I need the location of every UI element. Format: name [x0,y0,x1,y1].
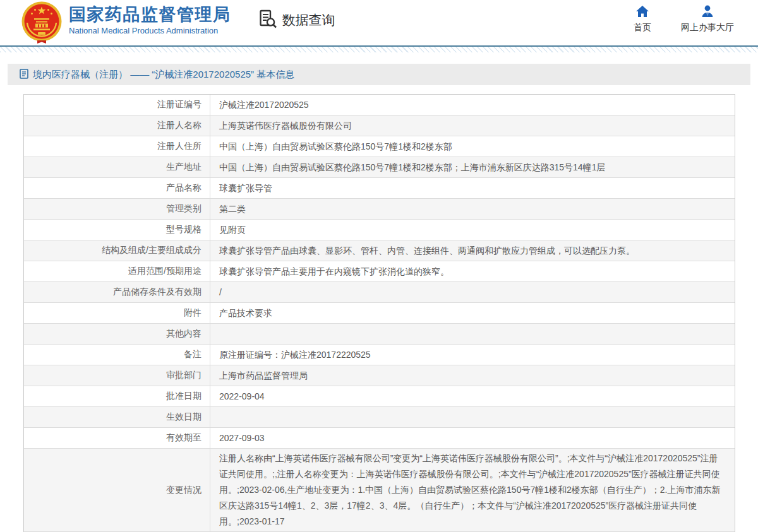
field-value: 上海市药品监督管理局 [210,365,735,386]
nav-item-service-hall[interactable]: 网上办事大厅 [681,5,734,33]
field-label: 产品名称 [24,178,210,198]
table-row: 结构及组成/主要组成成分球囊扩张导管产品由球囊、显影环、管杆、内管、连接组件、两… [24,240,735,261]
field-value: 2022-09-04 [210,386,735,406]
field-label: 适用范围/预期用途 [24,261,210,281]
field-value: 中国（上海）自由贸易试验区蔡伦路150号7幢1楼和2楼东部；上海市浦东新区庆达路… [210,157,735,177]
table-row: 注册人名称上海英诺伟医疗器械股份有限公司 [24,115,735,136]
field-label: 结构及组成/主要组成成分 [24,240,210,261]
table-row: 型号规格见附页 [24,220,735,240]
page-title: 境内医疗器械（注册） —— “沪械注准20172020525” 基本信息 [33,69,294,81]
field-label: 批准日期 [24,386,210,406]
field-label: 产品储存条件及有效期 [24,282,210,302]
table-row: 注册证编号沪械注准20172020525 [24,95,735,115]
field-label: 附件 [24,303,210,323]
field-label: 注册证编号 [24,95,210,115]
table-row: 管理类别第二类 [24,199,735,220]
table-row: 批准日期2022-09-04 [24,386,735,407]
header-divider [0,45,758,52]
field-value: 沪械注准20172020525 [210,95,735,115]
user-icon [701,5,714,20]
field-label: 审批部门 [24,365,210,386]
field-label: 备注 [24,345,210,365]
home-icon [635,5,649,20]
data-query-section[interactable]: 数据查询 [258,9,335,31]
page-icon [20,69,28,81]
field-value [210,324,735,344]
field-value: 上海英诺伟医疗器械股份有限公司 [210,115,735,136]
table-row: 有效期至2027-09-03 [24,428,735,449]
nav-item-label: 首页 [634,22,651,33]
nmpa-emblem-logo [21,1,63,47]
doc-search-icon [258,9,277,31]
table-row: 注册人住所中国（上海）自由贸易试验区蔡伦路150号7幢1楼和2楼东部 [24,136,735,157]
table-row: 备注原注册证编号：沪械注准20172220525 [24,345,735,365]
table-row: 其他内容 [24,324,735,345]
field-label: 注册人住所 [24,136,210,157]
info-table: 注册证编号沪械注准20172020525注册人名称上海英诺伟医疗器械股份有限公司… [23,94,735,532]
brand-block: 国家药品监督管理局 National Medical Products Admi… [69,5,231,35]
field-value: 球囊扩张导管 [210,178,735,198]
table-row: 审批部门上海市药品监督管理局 [24,365,735,386]
table-row: 适用范围/预期用途球囊扩张导管产品主要用于在内窥镜下扩张消化道的狭窄。 [24,261,735,282]
table-row: 附件产品技术要求 [24,303,735,324]
field-value: 中国（上海）自由贸易试验区蔡伦路150号7幢1楼和2楼东部 [210,136,735,157]
page-title-bar: 境内医疗器械（注册） —— “沪械注准20172020525” 基本信息 [8,64,750,85]
field-label: 管理类别 [24,199,210,219]
nav-item-home[interactable]: 首页 [632,5,653,33]
data-query-label: 数据查询 [282,11,335,29]
field-label: 型号规格 [24,220,210,240]
field-value: 球囊扩张导管产品主要用于在内窥镜下扩张消化道的狭窄。 [210,261,735,281]
org-name-cn: 国家药品监督管理局 [69,5,231,24]
field-label: 有效期至 [24,428,210,448]
org-name-en: National Medical Products Administration [69,26,231,35]
field-value: 见附页 [210,220,735,240]
table-row: 变更情况注册人名称由“上海英诺伟医疗器械有限公司”变更为“上海英诺伟医疗器械股份… [24,449,735,532]
field-value: 原注册证编号：沪械注准20172220525 [210,345,735,365]
field-value: 第二类 [210,199,735,219]
field-value: 产品技术要求 [210,303,735,323]
table-row: 产品储存条件及有效期/ [24,282,735,303]
field-label: 其他内容 [24,324,210,344]
field-label: 生产地址 [24,157,210,177]
field-label: 生效日期 [24,407,210,427]
field-value: 注册人名称由“上海英诺伟医疗器械有限公司”变更为“上海英诺伟医疗器械股份有限公司… [210,449,735,531]
field-value: 球囊扩张导管产品由球囊、显影环、管杆、内管、连接组件、两通阀和扩散应力管组成，可… [210,240,735,261]
table-row: 生产地址中国（上海）自由贸易试验区蔡伦路150号7幢1楼和2楼东部；上海市浦东新… [24,157,735,178]
field-value [210,407,735,427]
field-label: 注册人名称 [24,115,210,136]
table-row: 生效日期 [24,407,735,428]
table-row: 产品名称球囊扩张导管 [24,178,735,199]
national-emblem-icon [21,1,63,44]
field-value: / [210,282,735,302]
field-label: 变更情况 [24,449,210,531]
nav-item-label: 网上办事大厅 [681,22,734,33]
header-nav: 首页 网上办事大厅 [632,5,734,33]
field-value: 2027-09-03 [210,428,735,448]
site-header: 国家药品监督管理局 National Medical Products Admi… [0,0,758,52]
